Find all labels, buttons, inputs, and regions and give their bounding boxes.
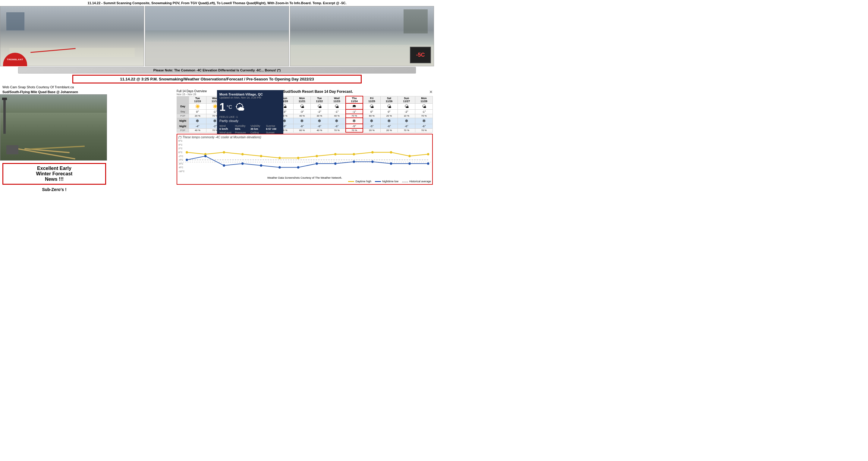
night-pop-7: 40 % <box>311 128 328 132</box>
excellent-line3: News !!! <box>45 177 64 182</box>
day-temp-11: 0° <box>380 110 398 114</box>
night-temp-6: -8° <box>293 124 311 128</box>
night-icon-12: ❄ <box>398 118 415 124</box>
nighttime-dot-5 <box>278 166 281 169</box>
day-icon-6: 🌤 <box>293 103 311 110</box>
night-temp-10: -5° <box>363 124 380 128</box>
left-column: Sud/South-Flying Mile Quad Base @ Johann… <box>0 90 108 192</box>
bottom-content: Sud/South-Flying Mile Quad Base @ Johann… <box>0 90 434 192</box>
day-temp-7: -2° <box>311 110 328 114</box>
legend-historical-label: Historical average <box>409 180 431 183</box>
night-icon-11: ❄ <box>380 118 398 124</box>
header-title: 11.14.22 - Summit Scanning Composite, Sn… <box>87 1 346 5</box>
legend-nighttime-line <box>375 181 381 182</box>
top-header: 11.14.22 - Summit Scanning Composite, Sn… <box>0 0 434 6</box>
sunrise-value: 6:57 AM <box>266 127 281 130</box>
humidity-label: Humidity <box>235 124 250 127</box>
nighttime-dot-3 <box>241 162 244 165</box>
camera-section: TREMBLANT -5C Please Note: The Common -4… <box>0 6 434 84</box>
chart-footer: Weather Data Screenshots Courtesy of The… <box>179 176 431 179</box>
daytime-dot-6 <box>297 157 299 159</box>
main-title-text: 11.14.22 @ 3:25 P.M. Snowmaking/Weather … <box>120 77 314 81</box>
night-pop-0: 40 % <box>189 128 207 132</box>
day-header-8: Wed11/23 <box>328 96 346 103</box>
feels-like-value: -1 <box>236 115 238 118</box>
day-temp-9: -1° <box>346 110 363 114</box>
daytime-dot-7 <box>315 155 318 157</box>
day-temp-0: 0° <box>189 110 207 114</box>
tremblant-logo-text: TREMBLANT <box>7 58 23 61</box>
visibility-detail: Visibility 39 km <box>250 124 266 130</box>
night-pop-9: 70 % <box>346 128 363 132</box>
nighttime-dot-10 <box>371 161 373 163</box>
webcam-footer-label: Web Cam Snap Shots Courtesy Of Tremblant… <box>0 85 434 90</box>
night-temp-13: -6° <box>415 124 433 128</box>
wind-label: Wind <box>219 124 235 127</box>
day-icon-11: 🌤 <box>380 103 398 110</box>
forecast-section: Full 14 Days Overview Nov 15 - Nov 28 Su… <box>175 90 434 185</box>
night-icon-0: ❄ <box>189 118 207 124</box>
webcam-house <box>6 145 19 154</box>
middle-cam-inner <box>145 6 289 66</box>
daytime-dot-10 <box>371 151 373 154</box>
forecast-overview-title: Full 14 Days Overview <box>177 90 207 93</box>
day-icon-10: 🌤 <box>363 103 380 110</box>
day-header-12: Sun11/27 <box>398 96 415 103</box>
excellent-news-box: Excellent Early Winter Forecast News !!! <box>2 163 106 185</box>
weather-temp-row: 1 °C 🌤 <box>219 101 281 114</box>
daytime-dot-3 <box>241 153 244 155</box>
nighttime-dot-9 <box>353 161 355 163</box>
day-header-0: Tue11/15 <box>189 96 207 103</box>
middle-cam-panel <box>145 6 289 66</box>
forecast-chart-svg <box>179 140 431 173</box>
day-header-10: Fri11/25 <box>363 96 380 103</box>
weather-temp: 1 <box>219 101 225 114</box>
day-temp-13: -1° <box>415 110 433 114</box>
day-icon-7: 🌤 <box>311 103 328 110</box>
night-icon-6: ❄ <box>293 118 311 124</box>
day-temp-12: -2° <box>398 110 415 114</box>
night-temp-8: -6° <box>328 124 346 128</box>
humidity-value: 55% <box>235 127 250 130</box>
night-temp-7: -6° <box>311 124 328 128</box>
excellent-news-section: Excellent Early Winter Forecast News !!!… <box>0 163 108 192</box>
chart-note: (*) These temps commonly -4C cooler at M… <box>179 135 431 139</box>
night-icon-13: ❄ <box>415 118 433 124</box>
day-temp-6: -3° <box>293 110 311 114</box>
day-icon-0: ☀️ <box>189 103 207 110</box>
daytime-dot-9 <box>353 153 355 155</box>
excellent-line1: Excellent Early <box>37 166 71 171</box>
forecast-overview: Full 14 Days Overview Nov 15 - Nov 28 <box>177 90 207 96</box>
night-temp-11: -6° <box>380 124 398 128</box>
forecast-close-btn[interactable]: ✕ <box>429 90 433 94</box>
legend-nighttime: Nighttime low <box>375 180 398 183</box>
legend-historical-line <box>402 182 408 182</box>
day-pop-7: 30 % <box>311 114 328 118</box>
day-icon-12: 🌤 <box>398 103 415 110</box>
day-icon-9: 🌨 <box>346 103 363 110</box>
night-temp-12: -6° <box>398 124 415 128</box>
night-temp-0: -4° <box>189 124 207 128</box>
day-pop-6: 40 % <box>293 114 311 118</box>
legend-daytime: Daytime high <box>348 180 371 183</box>
night-pop-13: 70 % <box>415 128 433 132</box>
night-icon-8: ❄ <box>328 118 346 124</box>
chart-container: 6°C 4°C 2°C 0°C -2°C -4°C -6°C -8°C -10°… <box>179 140 431 176</box>
weather-icon: 🌤 <box>235 102 245 113</box>
chart-legend: Daytime high Nighttime low Historical av… <box>179 180 431 183</box>
daytime-dot-11 <box>390 151 392 154</box>
daytime-dot-5 <box>278 157 281 159</box>
weather-unit: °C <box>227 104 232 110</box>
day-pop-12: 10 % <box>398 114 415 118</box>
weather-description: Partly cloudy <box>219 119 281 123</box>
day-temp-8: -1° <box>328 110 346 114</box>
subzero-text: Sub-Zero's ! <box>0 187 108 192</box>
feels-like-label: FEELS LIKE <box>219 115 235 118</box>
nighttime-dot-12 <box>408 162 410 165</box>
sunrise-label: Sunrise <box>266 124 281 127</box>
nighttime-dot-1 <box>204 155 207 157</box>
day-icon-13: 🌤 <box>415 103 433 110</box>
daytime-dot-13 <box>427 153 429 155</box>
forecast-title-row: Full 14 Days Overview Nov 15 - Nov 28 Su… <box>177 90 433 96</box>
day-header-11: Sat11/26 <box>380 96 398 103</box>
